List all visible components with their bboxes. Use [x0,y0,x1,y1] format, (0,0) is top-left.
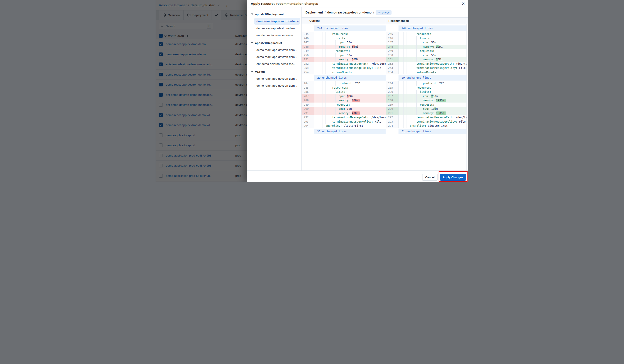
diff-line: 292terminationMessagePath: /dev/termi [386,115,468,120]
tree-item[interactable]: demo-react-app-devtron-demo [254,18,300,24]
diff-line: 287cpu: 200m [386,94,468,98]
tree-item[interactable]: demo-react-app-devtron-demo [254,25,300,32]
diff-line: 291memory: 1805Ki [386,111,468,115]
diff-line: 294dnsPolicy: ClusterFirst [386,124,468,128]
container-pill[interactable]: envoy [376,10,391,15]
unchanged-lines-band: 244 unchanged lines [302,25,386,31]
diff-line: 247cpu: 50m [386,40,468,45]
tree-group-label: v1/Pod [255,70,265,73]
breadcrumb-separator: / [373,11,374,14]
diff-line: 245resources: [386,32,468,36]
diff-line: 290cpu: 10m [302,107,386,111]
unchanged-lines-band: 29 unchanged lines [302,75,386,81]
unchanged-lines-band: 31 unchanged lines [386,129,468,134]
diff-line: 285resources: [302,86,386,90]
apply-changes-button[interactable]: Apply Changes [440,174,466,181]
diff-line: 284protocol: TCP [386,81,468,86]
unchanged-lines-band: 244 unchanged lines [386,25,468,31]
tree-item[interactable]: demo-react-app-devtron-dem... [254,82,300,89]
current-column-header: Current [302,18,386,24]
resource-kind: Deployment [306,11,323,14]
unchanged-lines-band: 29 unchanged lines [386,75,468,81]
diff-line: 287cpu: 600m [302,94,386,98]
tree-group-label: apps/v1/ReplicaSet [255,41,282,45]
resource-name: demo-react-app-devtron-demo [327,11,371,14]
unchanged-lines-band: 31 unchanged lines [302,129,386,134]
tree-item[interactable]: ent-demo-devtron-demo-me... [254,32,300,39]
tree-item[interactable]: ent-demo-devtron-demo-me... [254,61,300,67]
diff-line: 245resources: [302,32,386,36]
diff-line: 252terminationMessagePath: /dev/termina [302,62,386,66]
modal-footer: Cancel Apply Changes [247,170,468,182]
tree-group[interactable]: apps/v1/Deployment [251,11,301,17]
triangle-down-icon [251,42,253,44]
diff-line: 293terminationMessagePolicy: File [386,120,468,124]
diff-line: 285resources: [386,86,468,90]
tree-item[interactable]: demo-react-app-devtron-dem... [254,53,300,60]
diff-line: 246limits: [386,36,468,41]
breadcrumb-separator: / [325,11,326,14]
diff-line: 254volumeMounts: [302,70,386,74]
screenshot-stage: Resource Browser / default_cluster ⋮ Ove… [156,0,468,182]
diff-line: 292terminationMessagePath: /dev/termina [302,115,386,120]
container-icon [378,11,381,14]
diff-panel: Deployment / demo-react-app-devtron-demo… [302,7,468,171]
current-diff-column: 244 unchanged lines245resources:246limit… [302,24,386,171]
diff-line: 251memory: 20Mi [386,57,468,62]
diff-line: 290cpu: 100m [386,107,468,111]
container-name: envoy [382,11,390,14]
diff-line: 294dnsPolicy: ClusterFirst [302,124,386,128]
diff-line: 248memory: 39Mi [386,45,468,49]
apply-recommendation-modal: Apply resource recommendation changes × … [247,0,468,182]
tree-group-label: apps/v1/Deployment [255,13,284,16]
tree-item[interactable]: demo-react-app-devtron-dem... [254,47,300,53]
diff-line: 254volumeMounts: [386,70,468,74]
diff-breadcrumb: Deployment / demo-react-app-devtron-demo… [302,7,468,17]
diff-line: 248memory: 50Mi [302,45,386,49]
triangle-down-icon [251,71,253,73]
diff-line: 286limits: [386,90,468,94]
diff-line: 250cpu: 50m [386,53,468,57]
diff-line: 253terminationMessagePolicy: File [302,66,386,70]
diff-line: 249requests: [386,49,468,53]
diff-line: 284protocol: TCP [302,81,386,86]
diff-line: 250cpu: 50m [302,53,386,57]
diff-line: 249requests: [302,49,386,53]
modal-body: apps/v1/Deploymentdemo-react-app-devtron… [247,7,468,171]
diff-line: 289requests: [386,102,468,107]
tree-item[interactable]: demo-react-app-devtron-dem... [254,75,300,82]
triangle-down-icon [251,14,253,15]
diff-line: 293terminationMessagePolicy: File [302,120,386,124]
diff-column-headers: Current Recommended [302,17,468,24]
diff-line: 252terminationMessagePath: /dev/termi [386,62,468,66]
tree-group[interactable]: apps/v1/ReplicaSet [251,40,301,46]
modal-header: Apply resource recommendation changes × [247,0,468,7]
diff-line: 246limits: [302,36,386,41]
diff-line: 289requests: [302,102,386,107]
diff-line: 253terminationMessagePolicy: File [386,66,468,70]
close-icon[interactable]: × [460,1,466,6]
diff-line: 247cpu: 50m [302,40,386,45]
resource-tree: apps/v1/Deploymentdemo-react-app-devtron… [247,7,302,171]
diff-line: 251memory: 50Mi [302,57,386,62]
recommended-column-header: Recommended [386,18,468,24]
diff-scrollbar[interactable] [467,24,468,171]
cancel-button[interactable]: Cancel [422,174,438,181]
recommended-diff-column: 244 unchanged lines245resources:246limit… [386,24,468,171]
diff-line: 288memory: 800Mi [302,98,386,102]
modal-title: Apply resource recommendation changes [251,2,318,6]
diff-grid: 244 unchanged lines245resources:246limit… [302,24,468,171]
diff-line: 288memory: 1995Ki [386,98,468,102]
diff-line: 291memory: 400Mi [302,111,386,115]
diff-line: 286limits: [302,90,386,94]
tree-group[interactable]: v1/Pod [251,68,301,75]
